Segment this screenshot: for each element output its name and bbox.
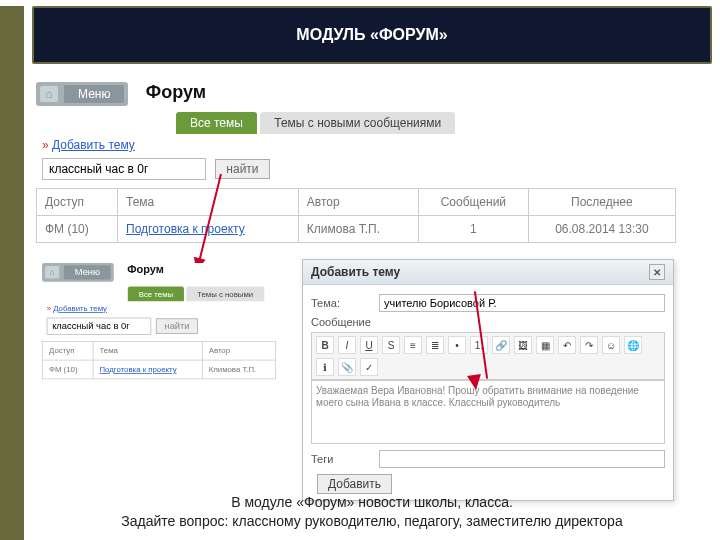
italic-icon[interactable]: I xyxy=(338,336,356,354)
page-title: Форум xyxy=(127,263,164,275)
emoji-icon[interactable]: ☺ xyxy=(602,336,620,354)
table-row[interactable]: ФМ (10) Подготовка к проекту Климова Т.П… xyxy=(37,216,676,243)
col-messages: Сообщений xyxy=(419,189,529,216)
add-topic-prefix: » xyxy=(47,304,51,313)
cell-author: Климова Т.П. xyxy=(202,360,276,379)
dialog-title: Добавить тему xyxy=(311,265,400,279)
attach-icon[interactable]: 📎 xyxy=(338,358,356,376)
col-access: Доступ xyxy=(42,341,92,360)
tags-field[interactable] xyxy=(379,450,665,468)
list-icon[interactable]: • xyxy=(448,336,466,354)
menu-button[interactable]: ⌂ Меню xyxy=(36,82,128,106)
bold-icon[interactable]: B xyxy=(316,336,334,354)
menu-label: Меню xyxy=(64,265,111,279)
add-topic-link[interactable]: Добавить тему xyxy=(52,138,135,152)
tab-new-messages[interactable]: Темы с новыми xyxy=(186,286,264,301)
caption-line-1: В модуле «Форум» новости школы, класса. xyxy=(24,493,720,513)
tab-new-messages[interactable]: Темы с новыми сообщениями xyxy=(260,112,455,134)
table-header-row: Доступ Тема Автор Сообщений Последнее xyxy=(37,189,676,216)
tags-field-label: Теги xyxy=(311,453,373,465)
editor-toolbar: B I U S ≡ ≣ • 1. 🔗 🖼 ▦ ↶ ↷ ☺ 🌐 ℹ 📎 xyxy=(311,332,665,380)
add-topic-dialog: Добавить тему ✕ Тема: Сообщение B I U S … xyxy=(302,259,674,501)
undo-icon[interactable]: ↶ xyxy=(558,336,576,354)
screenshot-add-topic: ⌂ Меню Форум Все темы Темы с новыми » До… xyxy=(32,257,712,437)
message-editor[interactable]: Уважаемая Вера Ивановна! Прошу обратить … xyxy=(311,380,665,444)
table-icon[interactable]: ▦ xyxy=(536,336,554,354)
globe-icon[interactable]: 🌐 xyxy=(624,336,642,354)
numbered-list-icon[interactable]: 1. xyxy=(470,336,488,354)
add-topic-link[interactable]: Добавить тему xyxy=(53,304,107,313)
cell-last: 06.08.2014 13:30 xyxy=(528,216,675,243)
add-topic-prefix: » xyxy=(42,138,49,152)
col-access: Доступ xyxy=(37,189,118,216)
cell-topic-link[interactable]: Подготовка к проекту xyxy=(99,365,176,374)
cell-author: Климова Т.П. xyxy=(298,216,418,243)
image-icon[interactable]: 🖼 xyxy=(514,336,532,354)
slide-caption: В модуле «Форум» новости школы, класса. … xyxy=(24,493,720,532)
tab-all-topics[interactable]: Все темы xyxy=(176,112,257,134)
col-author: Автор xyxy=(202,341,276,360)
align-center-icon[interactable]: ≣ xyxy=(426,336,444,354)
add-topic-row: » Добавить тему xyxy=(42,138,708,152)
cell-messages: 1 xyxy=(419,216,529,243)
tab-all-topics[interactable]: Все темы xyxy=(128,286,184,301)
help-icon[interactable]: ℹ xyxy=(316,358,334,376)
annotation-arrowhead-icon xyxy=(467,374,483,391)
col-topic: Тема xyxy=(93,341,202,360)
home-icon: ⌂ xyxy=(40,86,58,102)
submit-button[interactable]: Добавить xyxy=(317,474,392,494)
topics-table: Доступ Тема Автор Сообщений Последнее ФМ… xyxy=(36,188,676,243)
slide-header: МОДУЛЬ «ФОРУМ» xyxy=(32,6,712,64)
cell-access: ФМ (10) xyxy=(42,360,92,379)
col-last: Последнее xyxy=(528,189,675,216)
search-button[interactable]: найти xyxy=(156,318,198,334)
align-left-icon[interactable]: ≡ xyxy=(404,336,422,354)
topic-field-label: Тема: xyxy=(311,297,373,309)
close-button[interactable]: ✕ xyxy=(649,264,665,280)
menu-label: Меню xyxy=(64,85,124,103)
link-icon[interactable]: 🔗 xyxy=(492,336,510,354)
redo-icon[interactable]: ↷ xyxy=(580,336,598,354)
col-author: Автор xyxy=(298,189,418,216)
menu-button-small[interactable]: ⌂ Меню xyxy=(42,263,114,282)
home-icon: ⌂ xyxy=(45,266,59,278)
caption-line-2: Задайте вопрос: классному руководителю, … xyxy=(24,512,720,532)
strike-icon[interactable]: S xyxy=(382,336,400,354)
message-field-label: Сообщение xyxy=(311,316,665,328)
page-title: Форум xyxy=(146,82,206,103)
spellcheck-icon[interactable]: ✓ xyxy=(360,358,378,376)
underline-icon[interactable]: U xyxy=(360,336,378,354)
cell-access: ФМ (10) xyxy=(37,216,118,243)
screenshot-forum-list: ⌂ Меню Форум Все темы Темы с новыми сооб… xyxy=(32,78,712,247)
topic-field[interactable] xyxy=(379,294,665,312)
search-input[interactable] xyxy=(47,318,152,335)
